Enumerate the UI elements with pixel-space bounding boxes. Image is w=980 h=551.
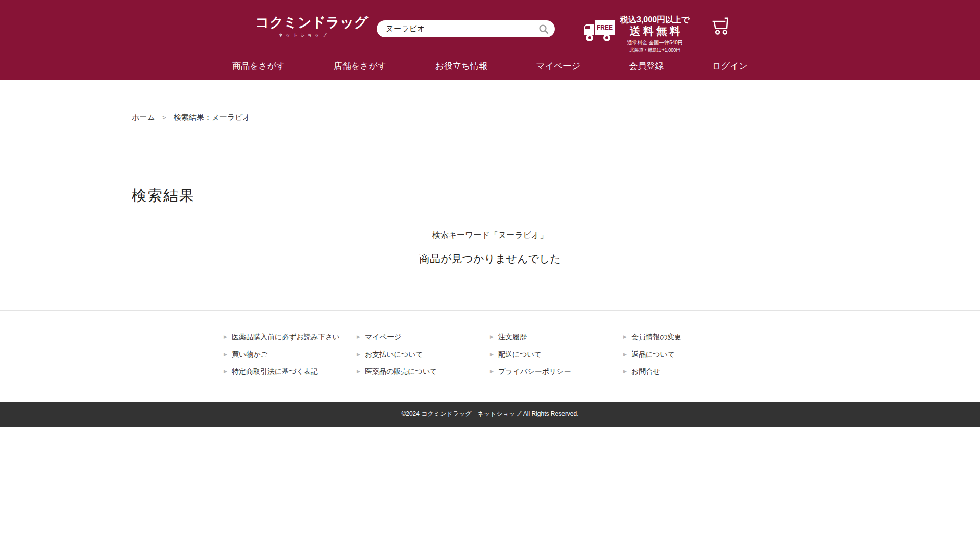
logo-title: コクミンドラッグ — [255, 14, 352, 31]
footer-link-label: 医薬品購入前に必ずお読み下さい — [232, 333, 340, 341]
nav-item-search-products[interactable]: 商品をさがす — [232, 60, 285, 72]
arrow-icon: ▶ — [224, 367, 227, 376]
footer-link-label: 注文履歴 — [498, 333, 527, 341]
nav-item-register[interactable]: 会員登録 — [629, 60, 664, 72]
footer-link-label: 配送について — [498, 350, 542, 359]
arrow-icon: ▶ — [357, 333, 360, 341]
shipping-text: 税込3,000円以上で 送料無料 通常料金 全国一律540円 北海道・離島は+1… — [620, 15, 690, 54]
footer-link-payment[interactable]: ▶ お支払いについて — [357, 350, 490, 359]
footer: ▶ 医薬品購入前に必ずお読み下さい ▶ マイページ ▶ 注文履歴 ▶ 会員情報の… — [0, 310, 980, 376]
arrow-icon: ▶ — [357, 350, 360, 359]
page-title: 検索結果 — [132, 186, 848, 206]
footer-link-label: プライバシーポリシー — [498, 367, 571, 376]
footer-link-mypage[interactable]: ▶ マイページ — [357, 333, 490, 341]
main-content: ホーム > 検索結果：ヌーラビオ 検索結果 検索キーワード「ヌーラビオ」 商品が… — [132, 80, 848, 266]
nav-item-search-stores[interactable]: 店舗をさがす — [334, 60, 387, 72]
footer-link-member-info-change[interactable]: ▶ 会員情報の変更 — [623, 333, 756, 341]
breadcrumb-current: 検索結果：ヌーラビオ — [174, 113, 251, 121]
footer-link-returns[interactable]: ▶ 返品について — [623, 350, 756, 359]
no-result-message: 商品が見つかりませんでした — [132, 252, 848, 266]
footer-link-label: お問合せ — [631, 367, 660, 376]
footer-link-medicine-sales[interactable]: ▶ 医薬品の販売について — [357, 367, 490, 376]
main-nav: 商品をさがす 店舗をさがす お役立ち情報 マイページ 会員登録 ログイン — [0, 56, 980, 80]
footer-link-label: 返品について — [631, 350, 675, 359]
footer-link-order-history[interactable]: ▶ 注文履歴 — [490, 333, 623, 341]
footer-link-label: 特定商取引法に基づく表記 — [232, 367, 318, 376]
arrow-icon: ▶ — [623, 333, 627, 341]
footer-link-label: 買い物かご — [232, 350, 268, 359]
footer-link-shopping-cart[interactable]: ▶ 買い物かご — [224, 350, 357, 359]
search-input[interactable] — [377, 20, 538, 37]
site-header: コクミンドラッグ ネットショップ FREE — [0, 0, 980, 80]
site-logo[interactable]: コクミンドラッグ ネットショップ — [255, 14, 352, 39]
copyright-text: ©2024 コクミンドラッグ ネットショップ All Rights Reserv… — [401, 410, 578, 418]
search-button[interactable] — [538, 24, 555, 34]
arrow-icon: ▶ — [490, 350, 494, 359]
footer-link-contact[interactable]: ▶ お問合せ — [623, 367, 756, 376]
breadcrumb-home[interactable]: ホーム — [132, 113, 155, 121]
footer-link-label: マイページ — [365, 333, 401, 341]
footer-link-legal-notation[interactable]: ▶ 特定商取引法に基づく表記 — [224, 367, 357, 376]
shipping-note-1: 通常料金 全国一律540円 — [620, 39, 690, 46]
search-box — [377, 20, 555, 37]
footer-link-label: 会員情報の変更 — [631, 333, 681, 341]
breadcrumb: ホーム > 検索結果：ヌーラビオ — [132, 80, 848, 122]
arrow-icon: ▶ — [357, 367, 360, 376]
free-shipping-truck-icon: FREE — [583, 19, 616, 54]
arrow-icon: ▶ — [490, 367, 494, 376]
nav-item-mypage[interactable]: マイページ — [536, 60, 580, 72]
logo-subtitle: ネットショップ — [255, 32, 352, 39]
free-shipping-banner: FREE 税込3,000円以上で 送料無料 通常料金 全国一律540円 北海道・… — [583, 15, 690, 54]
footer-link-label: 医薬品の販売について — [365, 367, 437, 376]
arrow-icon: ▶ — [490, 333, 494, 341]
footer-link-privacy-policy[interactable]: ▶ プライバシーポリシー — [490, 367, 623, 376]
footer-link-label: お支払いについて — [365, 350, 423, 359]
copyright-bar: ©2024 コクミンドラッグ ネットショップ All Rights Reserv… — [0, 402, 980, 427]
arrow-icon: ▶ — [623, 350, 627, 359]
footer-link-medicine-purchase-notice[interactable]: ▶ 医薬品購入前に必ずお読み下さい — [224, 333, 357, 341]
arrow-icon: ▶ — [224, 333, 227, 341]
breadcrumb-separator: > — [162, 114, 166, 121]
nav-item-useful-info[interactable]: お役立ち情報 — [435, 60, 488, 72]
arrow-icon: ▶ — [224, 350, 227, 359]
shipping-free-label: 送料無料 — [623, 24, 690, 37]
search-keyword-text: 検索キーワード「ヌーラビオ」 — [132, 230, 848, 241]
search-icon — [538, 24, 549, 34]
nav-item-login[interactable]: ログイン — [712, 60, 748, 72]
page: コクミンドラッグ ネットショップ FREE — [0, 0, 980, 551]
arrow-icon: ▶ — [623, 367, 627, 376]
free-badge-text: FREE — [597, 24, 613, 31]
cart-button[interactable] — [711, 16, 732, 38]
footer-link-delivery[interactable]: ▶ 配送について — [490, 350, 623, 359]
shipping-threshold: 税込3,000円以上で — [620, 15, 690, 24]
shipping-note-2: 北海道・離島は+1,000円 — [620, 47, 690, 54]
cart-icon — [711, 16, 732, 36]
